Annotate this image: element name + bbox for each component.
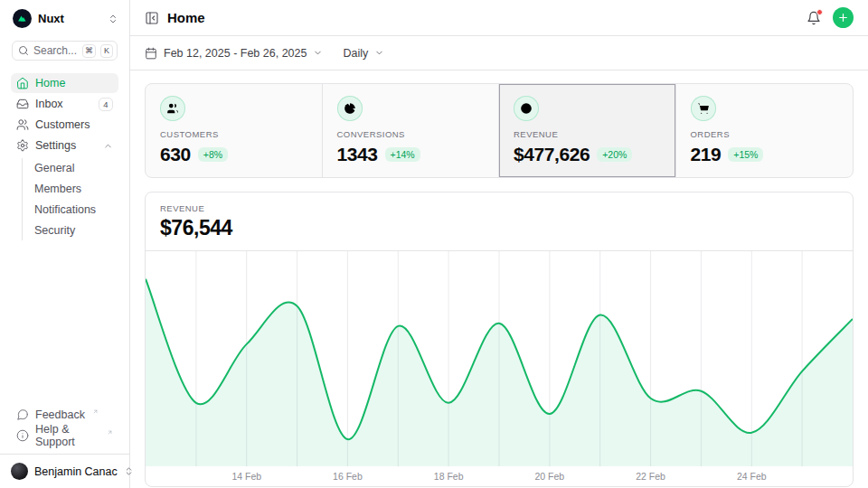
x-axis-tick: 24 Feb: [737, 471, 767, 482]
stat-value: 219: [691, 144, 722, 165]
users-icon: [16, 118, 29, 131]
sidebar: Nuxt Search... ⌘ K Home: [0, 0, 130, 488]
top-bar: Home: [130, 0, 868, 36]
notifications-bell-icon[interactable]: [807, 11, 821, 25]
sidebar-item-general[interactable]: General: [31, 158, 118, 178]
stat-value: $477,626: [514, 144, 590, 165]
page-title: Home: [167, 10, 205, 25]
chart-header: REVENUE $76,544: [146, 192, 853, 251]
stat-label: REVENUE: [514, 129, 661, 139]
sidebar-item-label: General: [34, 162, 74, 174]
revenue-area-chart: [146, 251, 853, 466]
gear-icon: [16, 139, 29, 152]
workspace-switcher[interactable]: Nuxt: [0, 0, 129, 33]
stat-card-customers[interactable]: CUSTOMERS 630 +8%: [146, 84, 323, 177]
sidebar-nav: Home Inbox 4 Customers Settings: [0, 64, 129, 242]
notification-dot: [816, 9, 823, 15]
external-link-icon: [92, 408, 99, 415]
x-axis-tick: 16 Feb: [333, 471, 363, 482]
chart-total-value: $76,544: [160, 216, 838, 240]
sidebar-item-settings[interactable]: Settings: [11, 136, 118, 155]
add-button[interactable]: [833, 7, 854, 28]
kbd-k: K: [100, 44, 113, 58]
sidebar-item-label: Customers: [35, 118, 90, 131]
sidebar-item-members[interactable]: Members: [31, 179, 118, 199]
chat-bubble-icon: [16, 408, 29, 421]
search-placeholder: Search...: [33, 44, 78, 57]
page-content: CUSTOMERS 630 +8% CONVERSIONS 1343 +14%: [130, 70, 868, 487]
stat-label: CONVERSIONS: [337, 129, 485, 139]
chart-title: REVENUE: [160, 203, 838, 213]
cart-icon: [691, 96, 716, 121]
home-icon: [16, 77, 29, 89]
stats-row: CUSTOMERS 630 +8% CONVERSIONS 1343 +14%: [145, 83, 854, 178]
sidebar-spacer: [0, 242, 129, 405]
sidebar-footer-links: Feedback Help & Support: [0, 405, 129, 454]
workspace-name: Nuxt: [38, 12, 101, 25]
help-support-link[interactable]: Help & Support: [11, 426, 118, 446]
search-icon: [18, 45, 29, 56]
sidebar-item-security[interactable]: Security: [31, 221, 118, 240]
nuxt-logo-icon: [13, 9, 32, 28]
user-menu[interactable]: Benjamin Canac: [0, 454, 129, 488]
sidebar-item-label: Members: [34, 183, 81, 195]
sidebar-item-label: Notifications: [34, 203, 96, 216]
chevron-up-icon: [103, 141, 113, 151]
sidebar-item-label: Settings: [35, 139, 76, 152]
stat-value: 1343: [337, 144, 378, 165]
sidebar-item-label: Home: [35, 77, 65, 89]
chevron-down-icon: [313, 48, 323, 58]
collapse-sidebar-icon[interactable]: [145, 11, 159, 25]
app-window: Nuxt Search... ⌘ K Home: [0, 0, 868, 488]
users-icon: [160, 96, 185, 121]
footer-link-label: Feedback: [35, 408, 85, 421]
inbox-icon: [16, 98, 29, 110]
sidebar-item-label: Security: [34, 224, 75, 237]
search-input[interactable]: Search... ⌘ K: [12, 41, 118, 61]
x-axis-tick: 18 Feb: [434, 471, 464, 482]
stat-delta-badge: +15%: [728, 147, 763, 162]
date-range-value: Feb 12, 2025 - Feb 26, 2025: [164, 47, 307, 60]
chevron-down-icon: [374, 48, 384, 58]
stat-label: CUSTOMERS: [160, 129, 307, 139]
stat-value: 630: [160, 144, 191, 165]
calendar-icon: [145, 47, 157, 60]
sidebar-item-label: Inbox: [35, 98, 63, 110]
main-area: Home Feb 12, 2025 - Feb 26, 2025: [130, 0, 868, 488]
date-range-picker[interactable]: Feb 12, 2025 - Feb 26, 2025: [145, 47, 323, 60]
x-axis-tick: 20 Feb: [534, 471, 564, 482]
dollar-circle-icon: [514, 96, 539, 121]
pie-chart-icon: [337, 96, 363, 121]
stat-delta-badge: +8%: [198, 147, 228, 162]
kbd-cmd: ⌘: [82, 44, 96, 58]
sidebar-item-inbox[interactable]: Inbox 4: [11, 94, 118, 114]
x-axis: 14 Feb16 Feb18 Feb20 Feb22 Feb24 Feb: [146, 466, 853, 486]
sidebar-item-notifications[interactable]: Notifications: [31, 200, 118, 220]
info-circle-icon: [16, 429, 29, 442]
feedback-link[interactable]: Feedback: [11, 405, 118, 425]
revenue-chart-svg: [146, 251, 853, 466]
chevron-up-down-icon: [108, 14, 118, 24]
stat-card-orders[interactable]: ORDERS 219 +15%: [676, 84, 854, 177]
stat-delta-badge: +20%: [597, 147, 632, 162]
sidebar-item-home[interactable]: Home: [11, 73, 118, 93]
stat-label: ORDERS: [691, 129, 839, 139]
sidebar-item-customers[interactable]: Customers: [11, 115, 118, 135]
stat-card-conversions[interactable]: CONVERSIONS 1343 +14%: [323, 84, 500, 177]
stat-card-revenue[interactable]: REVENUE $477,626 +20%: [499, 84, 676, 177]
inbox-count-badge: 4: [99, 98, 113, 111]
avatar: [11, 463, 28, 480]
filter-toolbar: Feb 12, 2025 - Feb 26, 2025 Daily: [130, 36, 868, 70]
user-name: Benjamin Canac: [34, 465, 118, 478]
x-axis-tick: 22 Feb: [636, 471, 665, 482]
granularity-value: Daily: [343, 47, 368, 60]
granularity-select[interactable]: Daily: [343, 47, 384, 60]
revenue-chart-card: REVENUE $76,544 14 Feb16 Feb18 Feb20 Feb…: [145, 192, 854, 487]
x-axis-tick: 14 Feb: [231, 471, 261, 482]
external-link-icon: [107, 429, 113, 436]
footer-link-label: Help & Support: [35, 423, 99, 448]
settings-subnav: General Members Notifications Security: [22, 158, 118, 240]
stat-delta-badge: +14%: [385, 147, 420, 162]
